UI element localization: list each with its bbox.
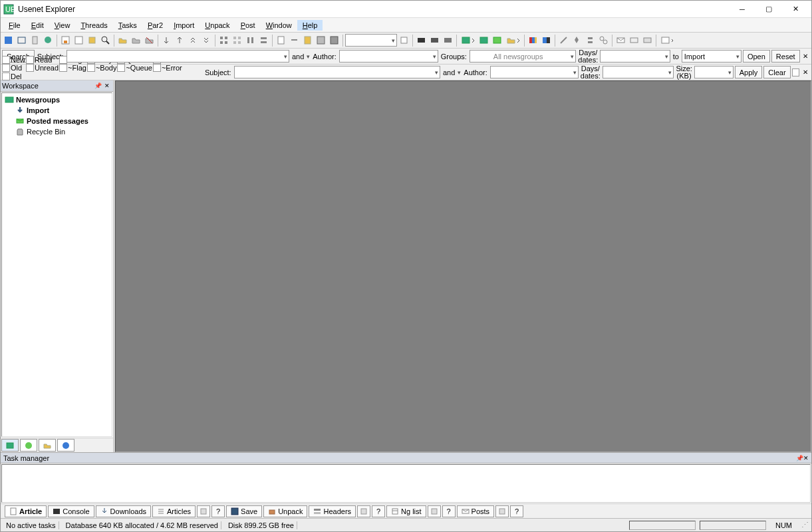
close-searchbar-button[interactable]: ✕ (801, 52, 810, 61)
dropdown-icon[interactable]: ▾ (307, 53, 310, 60)
toolbar-button[interactable] (398, 34, 410, 47)
bottom-tab-save[interactable]: Save (226, 505, 262, 517)
bottom-tab-sq[interactable] (357, 505, 370, 517)
workspace-tree[interactable]: NewsgroupsImportPosted messagesRecycle B… (1, 92, 112, 437)
bottom-tab-ng-list[interactable]: Ng list (386, 505, 426, 517)
toolbar-button[interactable] (130, 34, 142, 47)
menu-view[interactable]: View (49, 20, 76, 31)
close-workspace-button[interactable]: ✕ (102, 81, 112, 90)
bottom-tab-question[interactable]: ? (510, 505, 523, 517)
toolbar-button[interactable] (504, 34, 522, 47)
workspace-tab-4[interactable] (57, 439, 74, 452)
close-taskmanager-button[interactable]: ✕ (803, 455, 809, 462)
flag-checkbox-not-queue[interactable] (117, 64, 125, 72)
bottom-tab-article[interactable]: Article (5, 505, 47, 517)
flag-checkbox-not-flag[interactable] (59, 64, 67, 72)
flag-checkbox-not-error[interactable] (153, 64, 161, 72)
toolbar-button[interactable] (288, 34, 301, 47)
dates-input-2[interactable] (603, 66, 674, 78)
toolbar-button[interactable] (174, 34, 186, 47)
menu-file[interactable]: File (3, 20, 26, 31)
bottom-tab-downloads[interactable]: Downloads (96, 505, 151, 517)
dates-from-input[interactable] (600, 50, 670, 63)
menu-import[interactable]: Import (168, 20, 200, 31)
toolbar-button[interactable] (42, 34, 55, 47)
size-input[interactable] (694, 66, 734, 78)
bottom-tab-sq[interactable] (197, 505, 210, 517)
menu-unpack[interactable]: Unpack (200, 20, 235, 31)
clear-button[interactable]: Clear (763, 66, 790, 78)
toolbar-button[interactable] (597, 34, 610, 47)
bottom-tab-question[interactable]: ? (442, 505, 456, 517)
subject-input[interactable] (67, 50, 289, 63)
toolbar-button[interactable] (217, 34, 230, 47)
toolbar-button[interactable] (540, 34, 553, 47)
tree-node-import[interactable]: Import (3, 105, 110, 116)
toolbar-button[interactable] (143, 34, 156, 47)
flag-checkbox-del[interactable] (2, 72, 10, 80)
tree-node-newsgroups[interactable]: Newsgroups (3, 94, 110, 105)
pin-icon[interactable]: 📌 (796, 455, 803, 462)
toolbar-button[interactable] (29, 34, 41, 47)
toolbar-button[interactable] (187, 34, 200, 47)
toolbar-button[interactable] (160, 34, 173, 47)
flag-checkbox-old[interactable] (2, 64, 10, 72)
toolbar-combo[interactable] (345, 34, 397, 47)
resize-grip-icon[interactable]: ⋰ (801, 521, 809, 529)
flag-checkbox-read[interactable] (26, 56, 34, 64)
toolbar-button[interactable] (315, 34, 327, 47)
toolbar-button[interactable] (415, 34, 428, 47)
toolbar-button[interactable] (442, 34, 454, 47)
toolbar-button[interactable] (200, 34, 213, 47)
toolbar-button[interactable] (459, 34, 477, 47)
groups-input[interactable]: All newsgroups (470, 50, 576, 63)
toolbar-button[interactable] (257, 34, 270, 47)
bottom-tab-sq[interactable] (495, 505, 509, 517)
minimize-button[interactable]: ─ (729, 1, 755, 17)
maximize-button[interactable]: ▢ (755, 1, 782, 17)
toolbar-button[interactable] (491, 34, 503, 47)
workspace-tab-1[interactable] (1, 439, 19, 452)
toolbar-button[interactable] (231, 34, 243, 47)
open-button[interactable]: Open (743, 50, 770, 63)
dropdown-icon[interactable]: ▾ (458, 69, 461, 76)
menu-help[interactable]: Help (297, 20, 323, 31)
tree-node-recycle-bin[interactable]: Recycle Bin (3, 126, 110, 137)
bottom-tab-question[interactable]: ? (211, 505, 225, 517)
menu-par2[interactable]: Par2 (142, 20, 168, 31)
toolbar-button[interactable] (328, 34, 340, 47)
toolbar-button[interactable] (99, 34, 112, 47)
bottom-tab-console[interactable]: Console (48, 505, 94, 517)
tree-node-posted-messages[interactable]: Posted messages (3, 116, 110, 126)
toolbar-button[interactable] (628, 34, 640, 47)
menu-threads[interactable]: Threads (75, 20, 112, 31)
bottom-tab-articles[interactable]: Articles (152, 505, 196, 517)
close-button[interactable]: ✕ (782, 1, 809, 17)
bottom-tab-question[interactable]: ? (372, 505, 385, 517)
toolbar-button[interactable] (614, 34, 627, 47)
toolbar-button[interactable] (641, 34, 654, 47)
flag-checkbox-unread[interactable] (26, 64, 34, 72)
pin-icon[interactable]: 📌 (93, 81, 102, 90)
bottom-tab-posts[interactable]: Posts (457, 505, 495, 517)
toolbar-button[interactable] (527, 34, 539, 47)
menu-post[interactable]: Post (235, 20, 261, 31)
workspace-tab-2[interactable] (20, 439, 37, 452)
flag-checkbox-new[interactable] (2, 56, 10, 64)
toolbar-button[interactable] (275, 34, 287, 47)
toolbar-button[interactable] (658, 34, 676, 47)
bottom-tab-headers[interactable]: Headers (309, 505, 356, 517)
reset-button[interactable]: Reset (771, 50, 800, 63)
toolbar-button[interactable] (72, 34, 85, 47)
toolbar-button[interactable] (301, 34, 314, 47)
bottom-tab-sq[interactable] (428, 505, 441, 517)
menu-edit[interactable]: Edit (26, 20, 49, 31)
author-input[interactable] (339, 50, 438, 63)
toolbar-button[interactable] (244, 34, 257, 47)
toolbar-button[interactable] (86, 34, 98, 47)
toolbar-button[interactable] (15, 34, 28, 47)
toolbar-button[interactable] (477, 34, 490, 47)
bottom-tab-unpack[interactable]: Unpack (263, 505, 307, 517)
toolbar-button[interactable] (428, 34, 441, 47)
toolbar-button[interactable] (116, 34, 129, 47)
